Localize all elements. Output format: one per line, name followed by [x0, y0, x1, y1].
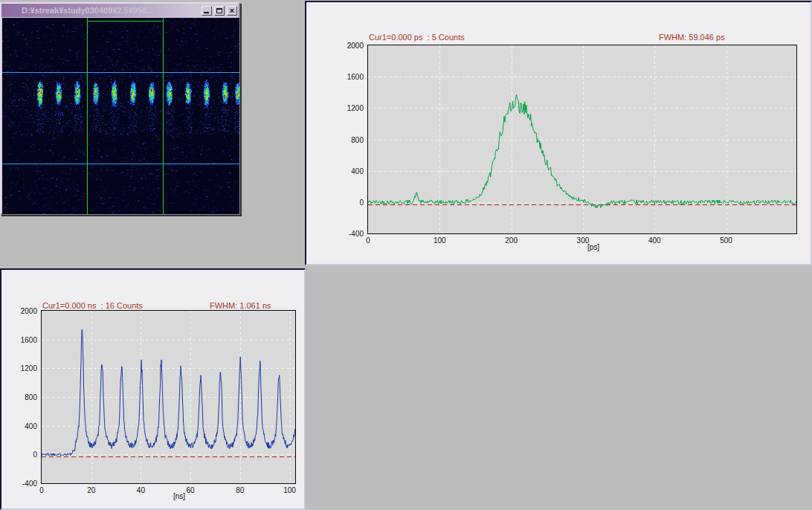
x-axis-tick-label: 20 [79, 486, 104, 494]
time-profile-panel-ps: Cur1=0.000 ps : 5 Counts Cur2=598.061 ps… [305, 1, 812, 265]
x-axis-tick-label: 500 [714, 236, 739, 245]
y-axis-tick-label: 1200 [334, 104, 364, 112]
x-axis-tick-label: 100 [277, 486, 303, 494]
y-axis-tick-label: 1200 [7, 364, 37, 372]
x-axis-tick-label: 400 [642, 236, 667, 245]
fwhm-readout: FWHM: 59.046 ps [659, 33, 725, 42]
streak-image-area[interactable] [2, 18, 239, 214]
minimize-button[interactable] [202, 6, 212, 16]
cur1-readout: Cur1=0.000 ps : 5 Counts [369, 33, 489, 42]
profile-ps-plot-area[interactable] [367, 45, 797, 234]
x-axis-tick-label: 0 [29, 486, 54, 494]
x-axis-unit-label: [ps] [587, 243, 617, 251]
profile-ns-trace-canvas[interactable] [42, 311, 295, 483]
x-axis-tick-label: 0 [355, 236, 381, 245]
x-axis-unit-label: [ns] [173, 492, 203, 500]
profile-ns-plot-area[interactable] [41, 310, 296, 484]
window-titlebar[interactable]: D:¥streak¥study030409¥2.5¥950... × [1, 4, 239, 17]
y-axis-tick-label: 400 [334, 167, 364, 175]
x-axis-tick-label: 40 [128, 486, 153, 494]
streak-image-window: D:¥streak¥study030409¥2.5¥950... × [0, 2, 240, 215]
close-icon: × [228, 7, 236, 15]
y-axis-tick-label: 800 [7, 393, 37, 401]
maximize-button[interactable] [214, 6, 225, 16]
x-axis-tick-label: 100 [427, 236, 452, 245]
x-axis-tick-label: 200 [499, 236, 524, 245]
x-axis-tick-label: 80 [228, 486, 253, 494]
y-axis-tick-label: 2000 [334, 42, 364, 50]
y-axis-tick-label: 400 [7, 422, 37, 430]
maximize-icon [216, 8, 222, 13]
y-axis-tick-label: 0 [7, 451, 37, 459]
y-axis-tick-label: 1600 [7, 336, 37, 344]
y-axis-tick-label: 2000 [7, 307, 37, 315]
y-axis-tick-label: 0 [334, 198, 364, 207]
time-profile-panel-ns: Cur1=0.000 ns : 16 Counts Cur2=102.231 n… [0, 268, 306, 510]
profile-ps-trace-canvas[interactable] [368, 45, 796, 233]
streak-image-canvas[interactable] [2, 18, 239, 214]
y-axis-tick-label: 1600 [334, 73, 364, 81]
minimize-icon [204, 12, 209, 13]
close-button[interactable]: × [227, 6, 237, 16]
window-title: D:¥streak¥study030409¥2.5¥950... [22, 6, 153, 15]
y-axis-tick-label: 800 [334, 136, 364, 144]
